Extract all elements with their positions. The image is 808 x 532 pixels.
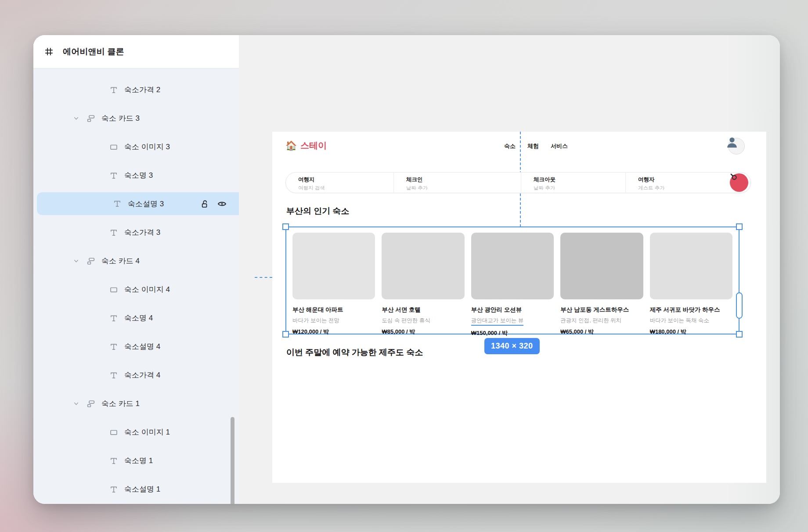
design-frame[interactable]: 🏠 스테이 숙소 체험 서비스 여행지: [272, 132, 766, 483]
avatar[interactable]: [728, 138, 745, 155]
sidebar-scrollbar[interactable]: [231, 417, 234, 504]
layer-row[interactable]: 숙소 카드 3: [33, 104, 239, 133]
selection-handle-right-edge[interactable]: [736, 292, 743, 319]
field-placeholder: 여행지 검색: [298, 185, 393, 191]
design-header: 🏠 스테이 숙소 체험 서비스: [272, 132, 766, 160]
unlock-icon[interactable]: [200, 200, 209, 208]
listing-image-placeholder[interactable]: [471, 233, 554, 299]
layer-row[interactable]: 숙소명 3: [33, 161, 239, 190]
section-title-jeju[interactable]: 이번 주말에 예약 가능한 제주도 숙소: [286, 347, 423, 358]
canvas-area[interactable]: 에어비앤비 클론 🏠 스테이 숙소 체험 서비스: [239, 35, 780, 504]
search-bar[interactable]: 여행지 여행지 검색 체크인 날짜 추가 체크아웃 날짜 추가 여행자 게스트 …: [285, 172, 751, 193]
stay-logo[interactable]: 🏠 스테이: [285, 140, 327, 151]
text-layer-icon: [110, 343, 118, 351]
selection-box[interactable]: 부산 해운대 아파트 바다가 보이는 전망 ₩120,000 / 박 부산 서면…: [285, 226, 739, 334]
listing-description[interactable]: 도심 속 편안한 휴식: [382, 317, 464, 324]
eye-icon[interactable]: [217, 199, 227, 208]
text-layer-icon: [113, 200, 121, 208]
text-layer-icon: [110, 457, 118, 465]
listing-image-placeholder[interactable]: [560, 233, 643, 299]
layer-row[interactable]: 숙소명 4: [33, 304, 239, 332]
field-label: 체크아웃: [534, 176, 625, 183]
nav-item-services[interactable]: 서비스: [551, 142, 568, 150]
selection-handle-top-left[interactable]: [282, 223, 289, 230]
layers-list: 숙소가격 2: [33, 68, 239, 504]
listing-name[interactable]: 부산 해운대 아파트: [292, 306, 375, 314]
layer-row[interactable]: 숙소 카드 1: [33, 389, 239, 418]
listing-description[interactable]: 바다가 보이는 독채 숙소: [650, 317, 732, 324]
layer-row[interactable]: 숙소 이미지 1: [33, 418, 239, 446]
project-header: 에어비앤비 클론: [33, 35, 239, 68]
section-title-busan[interactable]: 부산의 인기 숙소: [286, 205, 350, 217]
layer-name: 숙소설명 4: [124, 341, 160, 352]
layer-name: 숙소설명 1: [124, 484, 160, 494]
layer-row[interactable]: 숙소 이미지 4: [33, 275, 239, 304]
search-field-checkout[interactable]: 체크아웃 날짜 추가: [521, 173, 625, 193]
text-layer-icon: [110, 371, 118, 379]
layer-name: 숙소 카드 3: [101, 113, 140, 123]
listing-name[interactable]: 부산 광안리 오션뷰: [471, 306, 554, 314]
layer-row[interactable]: 숙소가격 4: [33, 361, 239, 389]
text-layer-icon: [110, 86, 118, 94]
listing-card[interactable]: 부산 광안리 오션뷰 광안대교가 보이는 뷰 ₩150,000 / 박: [471, 233, 554, 337]
nav-item-experiences[interactable]: 체험: [527, 142, 539, 150]
listing-name[interactable]: 부산 서면 호텔: [382, 306, 464, 314]
listing-cards-row: 부산 해운대 아파트 바다가 보이는 전망 ₩120,000 / 박 부산 서면…: [292, 233, 732, 337]
design-nav: 숙소 체험 서비스: [504, 142, 568, 150]
nav-item-stays[interactable]: 숙소: [504, 142, 516, 150]
listing-price[interactable]: ₩150,000 / 박: [471, 329, 554, 337]
listing-card[interactable]: 제주 서귀포 바닷가 하우스 바다가 보이는 독채 숙소 ₩180,000 / …: [650, 233, 732, 337]
layer-name: 숙소명 1: [124, 456, 153, 466]
listing-card[interactable]: 부산 남포동 게스트하우스 관광지 인접, 편리한 위치 ₩65,000 / 박: [560, 233, 643, 337]
chevron-down-icon[interactable]: [73, 115, 79, 122]
listing-description[interactable]: 관광지 인접, 편리한 위치: [560, 317, 643, 324]
listing-card[interactable]: 부산 서면 호텔 도심 속 편안한 휴식 ₩85,000 / 박: [382, 233, 464, 337]
listing-price[interactable]: ₩85,000 / 박: [382, 328, 464, 336]
selection-size-badge: 1340 × 320: [484, 338, 540, 354]
field-label: 여행지: [298, 176, 393, 183]
listing-price[interactable]: ₩65,000 / 박: [560, 328, 643, 336]
layer-row[interactable]: 숙소 이미지 3: [33, 133, 239, 161]
layer-row[interactable]: 숙소설명 4: [33, 332, 239, 361]
selection-handle-bottom-left[interactable]: [282, 331, 289, 338]
alignment-guide-horizontal: [255, 277, 272, 278]
field-placeholder: 날짜 추가: [534, 185, 625, 191]
selection-handle-bottom-right[interactable]: [736, 331, 743, 338]
listing-description[interactable]: 바다가 보이는 전망: [292, 317, 375, 324]
layer-name: 숙소 카드 1: [101, 399, 140, 409]
listing-image-placeholder[interactable]: [382, 233, 464, 299]
layer-row[interactable]: 숙소설명 1: [33, 475, 239, 503]
listing-description[interactable]: 광안대교가 보이는 뷰: [471, 317, 554, 326]
listing-price[interactable]: ₩180,000 / 박: [650, 328, 732, 336]
listing-image-placeholder[interactable]: [292, 233, 375, 299]
search-field-destination[interactable]: 여행지 여행지 검색: [286, 173, 393, 193]
house-icon: 🏠: [285, 140, 297, 151]
listing-name[interactable]: 부산 남포동 게스트하우스: [560, 306, 643, 314]
field-label: 체크인: [406, 176, 521, 183]
search-icon: [730, 173, 738, 181]
search-button[interactable]: [730, 173, 748, 192]
layer-name: 숙소명 4: [124, 313, 153, 323]
layer-row[interactable]: 숙소가격 3: [33, 218, 239, 247]
layer-row[interactable]: 숙소설명 3: [37, 192, 239, 215]
chevron-down-icon[interactable]: [73, 400, 79, 407]
layer-row[interactable]: 숙소 카드 4: [33, 247, 239, 275]
listing-name[interactable]: 제주 서귀포 바닷가 하우스: [650, 306, 732, 314]
rectangle-icon: [110, 428, 118, 436]
design-tool-window: 에어비앤비 클론 숙소가격 2: [33, 35, 780, 504]
layer-name: 숙소 이미지 1: [124, 427, 170, 437]
layer-row[interactable]: 숙소가격 2: [33, 75, 239, 104]
logo-text: 스테이: [300, 140, 327, 151]
layer-row[interactable]: 숙소명 1: [33, 446, 239, 475]
layer-name: 숙소명 3: [124, 170, 153, 180]
listing-image-placeholder[interactable]: [650, 233, 732, 299]
layers-panel: 에어비앤비 클론 숙소가격 2: [33, 35, 239, 504]
chevron-down-icon[interactable]: [73, 258, 79, 264]
frame-icon: [45, 47, 53, 56]
project-title: 에어비앤비 클론: [63, 46, 124, 58]
person-icon: [725, 136, 739, 149]
search-field-checkin[interactable]: 체크인 날짜 추가: [393, 173, 521, 193]
listing-card[interactable]: 부산 해운대 아파트 바다가 보이는 전망 ₩120,000 / 박: [292, 233, 375, 337]
listing-price[interactable]: ₩120,000 / 박: [292, 328, 375, 336]
selection-handle-top-right[interactable]: [736, 223, 743, 230]
